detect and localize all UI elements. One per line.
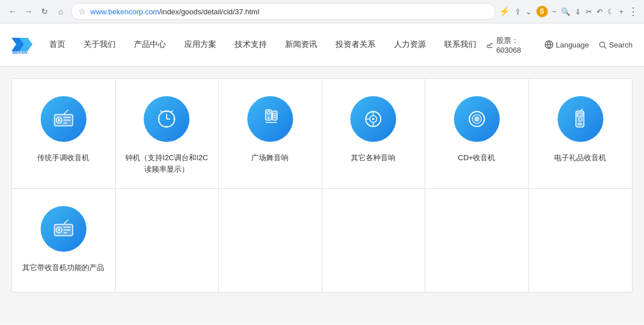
- scissors-icon: ✂: [586, 7, 592, 16]
- search-tool-icon: 🔍: [561, 7, 570, 16]
- plus-icon: +: [619, 7, 623, 16]
- product-icon-radio: [41, 96, 86, 142]
- product-icon-speaker: [247, 96, 293, 142]
- search-button[interactable]: Search: [598, 41, 633, 49]
- svg-line-7: [604, 46, 606, 48]
- product-label-clock: 钟机（支持I2C调台和I2C读频率显示）: [125, 152, 210, 175]
- download-icon: ⇓: [575, 7, 581, 16]
- nav-products[interactable]: 产品中心: [125, 23, 175, 66]
- product-label-audio: 其它各种音响: [351, 152, 396, 164]
- product-label-cd: CD+收音机: [458, 152, 495, 164]
- nav-about[interactable]: 关于我们: [74, 23, 125, 66]
- undo-icon: ↶: [596, 7, 603, 16]
- product-cell-empty-6: [529, 189, 633, 292]
- svg-line-53: [64, 220, 68, 224]
- header-right: 股票：603068 Language Search: [485, 35, 633, 54]
- nav-home[interactable]: 首页: [40, 23, 74, 66]
- cd-svg: [464, 106, 489, 132]
- site-header: BEKEN 首页 关于我们 产品中心 应用方案 技术支持 新闻资讯 投资者关系 …: [0, 23, 644, 66]
- audio-svg: [361, 106, 386, 132]
- svg-point-10: [58, 119, 60, 121]
- speaker-svg: [258, 106, 283, 132]
- language-label: Language: [556, 41, 589, 49]
- svg-point-26: [267, 117, 269, 119]
- svg-rect-42: [577, 113, 583, 117]
- browser-toolbar: ← → ↻ ⌂ ☆ www.bekencorp.com/index/goods/…: [0, 0, 644, 23]
- search-label: Search: [609, 41, 633, 49]
- nav-contact[interactable]: 联系我们: [435, 23, 485, 66]
- product-cell-audio[interactable]: 其它各种音响: [322, 79, 426, 188]
- star-icon: ☆: [78, 7, 86, 16]
- product-cell-cd[interactable]: CD+收音机: [425, 79, 529, 188]
- stock-info: 股票：603068: [485, 35, 535, 54]
- nav-hr[interactable]: 人力资源: [385, 23, 435, 66]
- header-center: 首页 关于我们 产品中心 应用方案 技术支持 新闻资讯 投资者关系 人力资源 联…: [40, 23, 485, 66]
- nav-support[interactable]: 技术支持: [226, 23, 276, 66]
- lightning-icon: ⚡: [499, 6, 510, 17]
- product-cell-speaker[interactable]: 广场舞音响: [219, 79, 322, 188]
- beken-logo: BEKEN: [11, 33, 40, 56]
- main-nav: 首页 关于我们 产品中心 应用方案 技术支持 新闻资讯 投资者关系 人力资源 联…: [40, 23, 485, 66]
- s-icon: S: [536, 6, 548, 17]
- product-cell-gift[interactable]: 电子礼品收音机: [529, 79, 633, 188]
- product-cell-empty-5: [425, 189, 529, 292]
- product-cell-empty-3: [219, 189, 322, 292]
- globe-icon: [544, 40, 554, 49]
- address-bar[interactable]: ☆ www.bekencorp.com/index/goods/detail/c…: [71, 3, 496, 20]
- dash-icon: −: [552, 7, 557, 16]
- product-row-2: 其它带收音机功能的产品: [12, 189, 632, 292]
- product-grid: 传统手调收音机: [11, 78, 633, 292]
- gift-svg: [568, 106, 593, 132]
- svg-line-23: [171, 110, 173, 112]
- back-button[interactable]: ←: [6, 5, 19, 18]
- product-cell-radio[interactable]: 传统手调收音机: [12, 79, 116, 188]
- main-content: 传统手调收音机: [0, 67, 644, 324]
- svg-line-22: [160, 110, 162, 112]
- clock-svg: [154, 106, 179, 132]
- chart-icon: [485, 39, 494, 50]
- product-icon-cd: [454, 96, 500, 142]
- browser-chrome: ← → ↻ ⌂ ☆ www.bekencorp.com/index/goods/…: [0, 0, 644, 23]
- url-domain: www.bekencorp.com: [90, 7, 159, 16]
- product-cell-empty-2: [116, 189, 219, 292]
- moon-icon: ☾: [607, 7, 614, 16]
- forward-button[interactable]: →: [22, 5, 35, 18]
- share-icon: ⇪: [515, 7, 521, 16]
- product-label-gift: 电子礼品收音机: [554, 152, 606, 164]
- product-cell-radio2[interactable]: 其它带收音机功能的产品: [12, 189, 116, 292]
- browser-right-icons: ⚡ ⇪ ⌄ S − 🔍 ⇓ ✂ ↶ ☾ + ⋮: [499, 5, 638, 18]
- nav-investors[interactable]: 投资者关系: [326, 23, 385, 66]
- menu-icon[interactable]: ⋮: [628, 5, 638, 18]
- svg-text:BEKEN: BEKEN: [13, 50, 27, 55]
- product-label-speaker: 广场舞音响: [251, 152, 289, 164]
- product-icon-radio2: [41, 206, 86, 252]
- radio-svg: [51, 106, 76, 132]
- reload-button[interactable]: ↻: [38, 5, 52, 18]
- product-cell-clock[interactable]: 钟机（支持I2C调台和I2C读频率显示）: [116, 79, 219, 188]
- product-label-radio: 传统手调收音机: [37, 152, 89, 164]
- logo-box[interactable]: BEKEN: [11, 33, 40, 56]
- product-cell-empty-4: [322, 189, 426, 292]
- svg-point-33: [372, 118, 374, 120]
- logo-area: BEKEN: [11, 33, 40, 56]
- product-icon-clock: [144, 96, 189, 142]
- stock-label: 股票：603068: [496, 35, 535, 54]
- nav-news[interactable]: 新闻资讯: [276, 23, 326, 66]
- nav-buttons: ← → ↻ ⌂: [6, 5, 68, 18]
- nav-solutions[interactable]: 应用方案: [175, 23, 226, 66]
- language-button[interactable]: Language: [544, 40, 589, 49]
- svg-point-49: [58, 229, 60, 231]
- url-path: /index/goods/detail/cid/37.html: [159, 7, 259, 16]
- address-url: www.bekencorp.com/index/goods/detail/cid…: [90, 7, 488, 16]
- home-button[interactable]: ⌂: [54, 5, 68, 18]
- svg-line-14: [64, 110, 68, 114]
- svg-point-40: [476, 118, 477, 120]
- svg-point-6: [599, 42, 605, 47]
- search-icon: [598, 41, 607, 49]
- product-icon-gift: [558, 96, 603, 142]
- product-icon-audio: [350, 96, 396, 142]
- svg-point-29: [274, 115, 275, 117]
- dropdown-icon: ⌄: [526, 7, 532, 16]
- product-label-radio2: 其它带收音机功能的产品: [22, 262, 104, 274]
- product-row-1: 传统手调收音机: [12, 79, 632, 189]
